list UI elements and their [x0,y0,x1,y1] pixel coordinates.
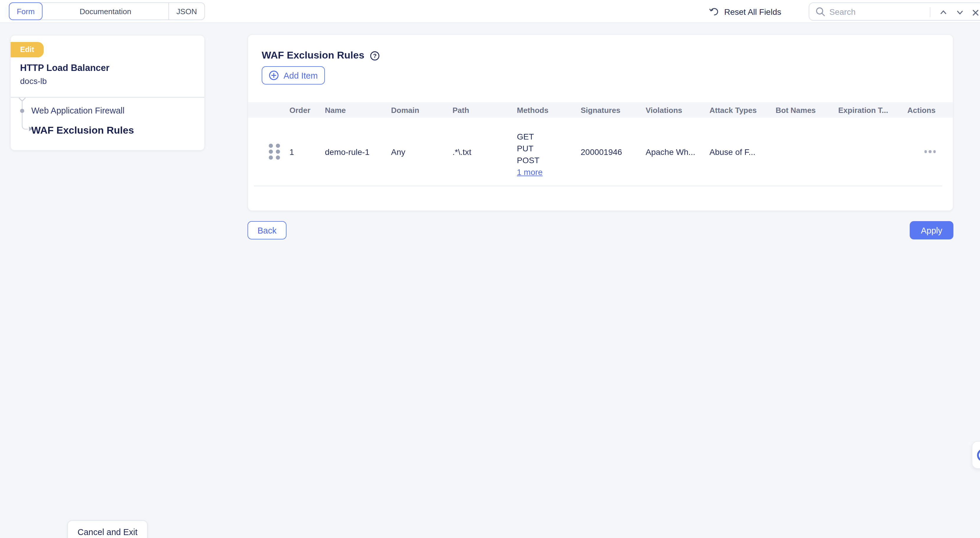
add-item-label: Add Item [283,71,318,80]
col-header-name: Name [325,105,391,114]
col-header-signatures: Signatures [581,105,646,114]
floating-help-widget[interactable] [972,441,980,469]
chevron-up-icon [939,8,948,16]
edit-mode-badge: Edit [11,42,43,57]
tab-json[interactable]: JSON [169,3,204,19]
search-close-button[interactable] [969,6,980,18]
object-type-title: HTTP Load Balancer [20,63,110,73]
reset-all-fields-button[interactable]: Reset All Fields [709,0,781,23]
cell-violations: Apache Wh... [646,147,710,156]
cancel-and-exit-button[interactable]: Cancel and Exit [67,520,148,538]
section-title-row: WAF Exclusion Rules ? [262,49,380,61]
col-header-path: Path [452,105,517,114]
col-header-attack-types: Attack Types [710,105,776,114]
cell-order: 1 [290,147,325,156]
search-prev-button[interactable] [937,6,949,18]
page-title: WAF Exclusion Rules [262,49,364,61]
col-header-actions: Actions [907,105,953,114]
svg-text:?: ? [373,52,377,59]
sidebar-item-web-application-firewall[interactable]: Web Application Firewall [31,106,124,115]
row-actions-menu-button[interactable] [924,150,936,153]
sidebar-item-waf-exclusion-rules[interactable]: WAF Exclusion Rules [31,125,134,137]
method-post: POST [517,154,539,166]
cell-methods: GET PUT POST 1 more [517,118,581,178]
search-icon [815,6,826,17]
reset-all-fields-label: Reset All Fields [724,7,781,16]
tab-form[interactable]: Form [9,2,43,20]
search-next-button[interactable] [954,6,966,18]
cell-name: demo-rule-1 [325,147,391,156]
waf-exclusion-rules-panel: WAF Exclusion Rules ? Add Item [248,34,953,211]
col-header-order: Order [290,105,325,114]
table-row: 1 demo-rule-1 Any .*\.txt GET PUT POST 1… [248,118,953,186]
col-header-expiration: Expiration T... [838,105,907,114]
search-divider [930,7,931,17]
method-put: PUT [517,142,533,154]
cell-signatures: 200001946 [581,147,646,156]
help-icon[interactable]: ? [370,51,380,61]
row-divider [254,186,942,186]
search-input[interactable] [829,3,924,19]
object-summary-panel: Edit HTTP Load Balancer docs-lb Web Appl… [10,35,205,151]
app-screen: Form Documentation JSON Reset All Fields [0,0,980,538]
col-header-methods: Methods [517,105,581,114]
tab-documentation[interactable]: Documentation [43,3,169,19]
view-mode-tabs: Form Documentation JSON [9,2,205,20]
drag-handle[interactable] [269,144,280,160]
chevron-down-icon [956,8,964,16]
cell-domain: Any [391,147,452,156]
help-ring-icon [977,449,980,462]
table-header-row: Order Name Domain Path Methods Signature… [248,102,953,118]
plus-circle-icon [269,70,279,80]
object-name: docs-lb [20,76,47,86]
back-button[interactable]: Back [248,221,286,239]
apply-button[interactable]: Apply [910,221,953,239]
close-icon [971,9,979,16]
undo-icon [709,6,719,16]
cell-attack-types: Abuse of F... [710,147,776,156]
sidebar-divider [11,97,204,97]
nav-tree-connector [22,102,28,129]
search-box [809,2,980,21]
col-header-violations: Violations [646,105,710,114]
col-header-bot-names: Bot Names [776,105,838,114]
col-header-domain: Domain [391,105,452,114]
cell-path: .*\.txt [452,147,517,156]
method-get: GET [517,131,534,142]
top-toolbar: Form Documentation JSON Reset All Fields [0,0,980,23]
add-item-button[interactable]: Add Item [262,66,325,85]
methods-more-link[interactable]: 1 more [517,166,542,178]
nav-bullet-icon [20,109,24,113]
